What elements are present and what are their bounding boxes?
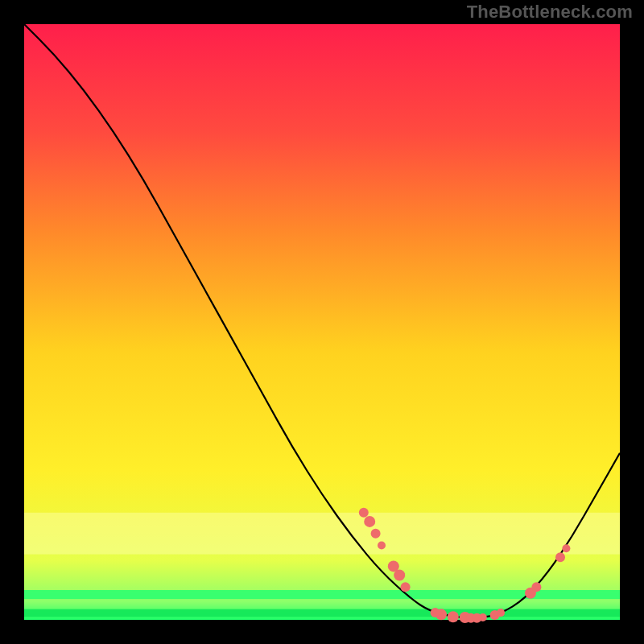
data-marker — [555, 552, 565, 562]
data-marker — [371, 529, 381, 539]
data-marker — [364, 516, 375, 527]
data-marker — [436, 609, 447, 620]
svg-rect-1 — [24, 513, 620, 555]
data-marker — [448, 611, 459, 622]
data-marker — [479, 613, 487, 621]
data-marker — [497, 609, 505, 617]
data-marker — [401, 582, 411, 592]
data-marker — [359, 508, 369, 518]
chart-svg — [0, 0, 644, 644]
svg-rect-3 — [24, 609, 620, 617]
data-marker — [562, 544, 570, 552]
data-marker — [394, 570, 405, 581]
data-marker — [531, 582, 541, 592]
chart-container: TheBottleneck.com — [0, 0, 644, 644]
data-marker — [378, 542, 386, 550]
